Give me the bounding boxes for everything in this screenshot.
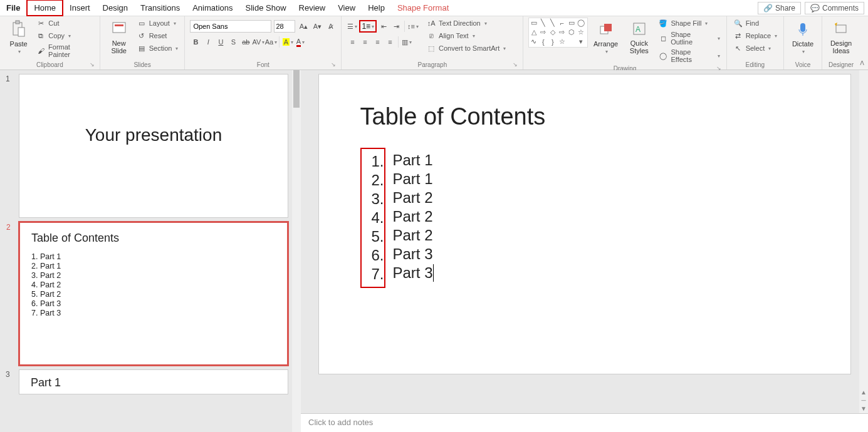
collapse-ribbon-icon[interactable]: ʌ	[860, 58, 868, 69]
toc-text[interactable]: Part 1	[393, 170, 433, 188]
shape-hex-icon[interactable]: ⬡	[567, 28, 576, 37]
dialog-launcher-icon[interactable]: ↘	[90, 61, 95, 68]
tab-design[interactable]: Design	[97, 1, 134, 15]
text-direction-button[interactable]: ↕AText Direction▾	[425, 18, 507, 29]
line-spacing-button[interactable]: ↕≡▾	[407, 21, 419, 32]
slide-thumb-2[interactable]: 2 Table of Contents 1. Part 1 2. Part 1 …	[19, 222, 288, 366]
paste-button[interactable]: Paste ▾	[5, 18, 32, 56]
decrease-indent-button[interactable]: ⇤	[378, 21, 389, 32]
quick-styles-button[interactable]: A Quick Styles	[624, 18, 654, 56]
font-size-select[interactable]	[274, 20, 295, 33]
toc-text[interactable]: Part 2	[393, 227, 433, 244]
bullets-button[interactable]: ☰▾	[347, 21, 358, 32]
slide-thumb-1[interactable]: 1 Your presentation	[19, 74, 288, 218]
justify-button[interactable]: ≡	[384, 36, 395, 48]
dictate-button[interactable]: Dictate▾	[789, 18, 817, 56]
highlight-color-button[interactable]: A▾	[282, 36, 293, 48]
tab-file[interactable]: File	[0, 1, 26, 15]
tab-home[interactable]: Home	[26, 0, 63, 16]
toc-text[interactable]: Part 2	[393, 208, 433, 225]
shape-fill-label: Shape Fill	[671, 19, 701, 27]
cut-button[interactable]: ✂Cut	[34, 18, 94, 29]
reset-button[interactable]: ↺Reset	[135, 30, 180, 41]
toc-text[interactable]: Part 2	[393, 189, 433, 207]
format-painter-button[interactable]: 🖌Format Painter	[34, 43, 94, 59]
next-slide-icon[interactable]: ▼	[860, 405, 867, 412]
decrease-font-icon[interactable]: A▾	[311, 21, 323, 32]
tab-animations[interactable]: Animations	[186, 1, 239, 15]
font-name-select[interactable]	[190, 20, 271, 33]
shape-brace-icon[interactable]: {	[538, 37, 548, 46]
new-slide-button[interactable]: New Slide	[105, 18, 133, 56]
shape-brace2-icon[interactable]: }	[548, 37, 557, 46]
shape-outline-button[interactable]: ◻Shape Outline▾	[657, 30, 721, 46]
tab-slideshow[interactable]: Slide Show	[239, 1, 293, 15]
shape-rect-icon[interactable]: ▭	[567, 18, 576, 28]
strike-button[interactable]: S	[227, 36, 239, 48]
align-right-button[interactable]: ≡	[372, 36, 383, 48]
arrange-button[interactable]: Arrange▾	[590, 18, 621, 56]
shape-line2-icon[interactable]: ╲	[548, 18, 557, 28]
tab-view[interactable]: View	[332, 1, 362, 15]
columns-button[interactable]: ▥▾	[401, 36, 412, 48]
design-ideas-button[interactable]: Design Ideas	[827, 18, 855, 56]
tab-help[interactable]: Help	[362, 1, 391, 15]
slide-title[interactable]: Table of Contents	[360, 103, 809, 130]
tab-insert[interactable]: Insert	[63, 1, 97, 15]
bold-button[interactable]: B	[190, 36, 201, 48]
thumb-scrollbar[interactable]	[292, 70, 301, 432]
shapes-more-icon[interactable]: ▾	[576, 37, 585, 46]
text-direction-label: Text Direction	[439, 19, 481, 27]
dialog-launcher-icon[interactable]: ↘	[513, 61, 518, 68]
shape-star-icon[interactable]: ☆	[576, 28, 585, 37]
increase-indent-button[interactable]: ⇥	[390, 21, 402, 32]
shape-line-icon[interactable]: ╲	[538, 18, 548, 28]
share-button[interactable]: 🔗Share	[758, 2, 801, 14]
layout-button[interactable]: ▭Layout▾	[135, 18, 180, 29]
shape-triangle-icon[interactable]: △	[529, 28, 538, 37]
find-button[interactable]: 🔍Find	[732, 18, 778, 29]
align-left-button[interactable]: ≡	[347, 36, 358, 48]
font-color-button[interactable]: A▾	[295, 36, 306, 48]
text-shadow-button[interactable]: ab	[240, 36, 251, 48]
clear-formatting-icon[interactable]: A̷	[325, 21, 337, 32]
shape-callout-icon[interactable]: ☆	[557, 37, 567, 46]
shape-diamond-icon[interactable]: ◇	[548, 28, 557, 37]
canvas-scrollbar[interactable]: ▲ ─ ▼	[859, 70, 868, 413]
shapes-gallery[interactable]: ▭╲╲⌐▭◯ △⇨◇⇨⬡☆ ∿{}☆▾	[528, 18, 588, 48]
numbering-button[interactable]: 1≡▾	[359, 20, 377, 33]
shape-arrow2-icon[interactable]: ⇨	[557, 28, 567, 37]
notes-pane[interactable]: Click to add notes	[301, 413, 868, 432]
shape-fill-button[interactable]: 🪣Shape Fill▾	[657, 18, 721, 29]
slide-thumb-3[interactable]: 3 Part 1	[19, 369, 288, 394]
smartart-button[interactable]: ⬚Convert to SmartArt▾	[425, 43, 507, 54]
shape-textbox-icon[interactable]: ▭	[529, 18, 538, 28]
select-button[interactable]: ↖Select▾	[732, 43, 778, 54]
comments-button[interactable]: 💬Comments	[805, 2, 864, 14]
shape-oval-icon[interactable]: ◯	[576, 18, 585, 28]
shape-effects-button[interactable]: ◯Shape Effects▾	[657, 48, 721, 64]
char-spacing-button[interactable]: AV▾	[253, 36, 264, 48]
section-button[interactable]: ▤Section▾	[135, 43, 180, 54]
dialog-launcher-icon[interactable]: ↘	[331, 61, 336, 68]
toc-text[interactable]: Part 3	[393, 264, 434, 282]
tab-review[interactable]: Review	[293, 1, 332, 15]
tab-transitions[interactable]: Transitions	[134, 1, 186, 15]
tab-shape-format[interactable]: Shape Format	[391, 1, 455, 15]
align-text-button[interactable]: ⎚Align Text▾	[425, 30, 507, 41]
toc-text[interactable]: Part 1	[393, 152, 433, 169]
replace-button[interactable]: ⇄Replace▾	[732, 30, 778, 41]
underline-button[interactable]: U	[215, 36, 226, 48]
prev-slide-icon[interactable]: ▲	[860, 389, 867, 396]
design-ideas-label: Design Ideas	[830, 39, 852, 54]
shape-curve-icon[interactable]: ∿	[529, 37, 538, 46]
change-case-button[interactable]: Aa▾	[265, 36, 276, 48]
align-center-button[interactable]: ≡	[359, 36, 370, 48]
shape-arrow-icon[interactable]: ⇨	[538, 28, 548, 37]
shape-connector-icon[interactable]: ⌐	[557, 18, 567, 28]
slide-canvas[interactable]: Table of Contents 1. 2. 3. 4. 5. 6. 7.	[318, 74, 851, 374]
italic-button[interactable]: I	[202, 36, 214, 48]
toc-text[interactable]: Part 3	[393, 245, 433, 263]
increase-font-icon[interactable]: A▴	[298, 21, 309, 32]
copy-button[interactable]: ⧉Copy▾	[34, 30, 94, 41]
